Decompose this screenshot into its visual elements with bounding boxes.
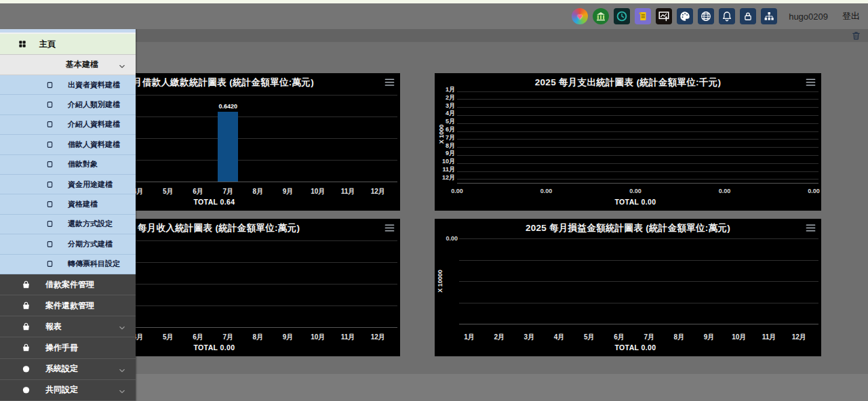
sidebar-item-installment-method[interactable]: 分期方式建檔 <box>0 234 136 254</box>
dashboard-page: ♥ hugo0209 登出 2025 每月借款人繳款統計圖表 (統計金額單位:萬… <box>0 0 868 401</box>
chart-panel-profit-loss: 2025 每月損益金額統計圖表 (統計金額單位:萬元) TOTAL 0.00 1… <box>435 219 821 356</box>
sidebar-item-label: 報表 <box>45 321 62 333</box>
x-tick-label: 0.00 <box>536 188 557 194</box>
x-tick-label: 0.00 <box>804 188 821 194</box>
x-tick-label: 7月 <box>213 333 243 342</box>
gridline <box>457 179 818 180</box>
sidebar-item-common-settings[interactable]: 共同設定 <box>0 380 136 401</box>
sidebar-item-label: 借款對象 <box>68 159 98 169</box>
top-accent-strip <box>0 0 868 3</box>
x-tick-label: 0.00 <box>715 188 735 194</box>
scroll-icon[interactable] <box>635 8 651 24</box>
hamburger-menu-icon[interactable] <box>805 77 816 87</box>
briefcase-icon <box>21 280 31 290</box>
gridline <box>457 163 818 164</box>
sidebar-item-label: 共同設定 <box>45 384 78 396</box>
lock-icon[interactable] <box>740 8 756 24</box>
clock-icon[interactable] <box>614 8 630 24</box>
x-tick-label: 5月 <box>574 333 604 342</box>
x-tick-label: 7月 <box>634 333 664 342</box>
chart-title: 2025 每月支出統計圖表 (統計金額單位:千元) <box>435 77 821 89</box>
x-tick-label: 1月 <box>454 333 484 342</box>
checkbox-icon <box>46 160 54 169</box>
x-tick-label: 12月 <box>363 333 393 342</box>
x-tick-label: 9月 <box>273 187 303 196</box>
sidebar-item-home[interactable]: 主頁 <box>0 34 136 55</box>
colorful-logo-icon[interactable]: ♥ <box>572 8 588 24</box>
hamburger-menu-icon[interactable] <box>384 222 395 232</box>
sidebar-item-qualification[interactable]: 資格建檔 <box>0 194 136 214</box>
bar-7月[interactable] <box>218 112 238 182</box>
briefcase-icon <box>21 343 31 353</box>
x-tick-label: 8月 <box>664 333 694 342</box>
sidebar: 功能項目 主頁基本建檔出資者資料建檔介紹人類別建檔介紹人資料建檔借款人資料建檔借… <box>0 3 136 401</box>
chart-title: 2025 每月損益金額統計圖表 (統計金額單位:萬元) <box>435 222 821 234</box>
gridline <box>457 139 818 140</box>
x-tick-label: 7月 <box>213 187 243 196</box>
globe-icon[interactable] <box>698 8 714 24</box>
x-tick-label: 10月 <box>724 333 754 342</box>
sidebar-item-system-settings[interactable]: 系統設定 <box>0 359 136 380</box>
sidebar-item-label: 出資者資料建檔 <box>68 80 120 90</box>
sitemap-icon[interactable] <box>761 8 777 24</box>
sidebar-item-label: 系統設定 <box>45 363 78 375</box>
gridline <box>457 155 818 156</box>
chart-total-label: TOTAL 0.64 <box>146 198 282 206</box>
sidebar-item-label: 介紹人資料建檔 <box>68 119 120 129</box>
sidebar-item-repayment-method[interactable]: 還款方式設定 <box>0 215 136 234</box>
briefcase-icon <box>21 322 31 332</box>
x-tick-label: 10月 <box>303 187 333 196</box>
sidebar-item-basic-records-group[interactable]: 基本建檔 <box>0 55 136 75</box>
sidebar-item-label: 主頁 <box>39 39 56 50</box>
x-tick-label: 6月 <box>183 187 213 196</box>
x-tick-label: 5月 <box>153 333 183 342</box>
sidebar-item-label: 操作手冊 <box>45 342 78 354</box>
chart-total-label: TOTAL 0.00 <box>568 343 703 352</box>
gridline <box>457 147 818 148</box>
checkbox-icon <box>46 120 54 129</box>
y-tick-label: 12月 <box>437 173 455 182</box>
checkbox-icon <box>46 200 54 209</box>
sidebar-item-fund-usage[interactable]: 資金用途建檔 <box>0 175 136 194</box>
chevron-down-icon <box>118 386 126 394</box>
x-tick-label: 4月 <box>545 333 574 342</box>
logout-button[interactable]: 登出 <box>842 10 860 22</box>
x-tick-label: 0.00 <box>447 188 467 194</box>
checkbox-icon <box>46 219 54 228</box>
trash-icon[interactable] <box>851 30 861 41</box>
gridline <box>457 131 818 132</box>
sidebar-item-borrower-records[interactable]: 借款人資料建檔 <box>0 135 136 154</box>
x-tick-label: 3月 <box>514 333 544 342</box>
sidebar-item-label: 案件還款管理 <box>45 300 94 312</box>
sidebar-item-manual[interactable]: 操作手冊 <box>0 337 136 358</box>
sidebar-item-loan-target[interactable]: 借款對象 <box>0 155 136 175</box>
x-tick-label: 12月 <box>363 187 393 196</box>
chevron-down-icon <box>118 365 126 373</box>
sidebar-item-label: 資金用途建檔 <box>68 180 113 190</box>
presentation-icon[interactable] <box>656 8 672 24</box>
sidebar-item-funder-records[interactable]: 出資者資料建檔 <box>0 75 136 95</box>
sidebar-item-label: 介紹人類別建檔 <box>68 100 120 110</box>
checkbox-icon <box>46 259 54 268</box>
palette-icon[interactable] <box>677 8 693 24</box>
x-tick-label: 8月 <box>243 333 273 342</box>
x-tick-label: 11月 <box>333 333 363 342</box>
sidebar-item-label: 還款方式設定 <box>68 219 113 229</box>
hamburger-menu-icon[interactable] <box>384 77 395 87</box>
sidebar-item-loan-case-mgmt[interactable]: 借款案件管理 <box>0 274 136 295</box>
bell-icon[interactable] <box>719 8 735 24</box>
x-tick-label: 11月 <box>754 333 784 342</box>
circle-icon <box>21 385 31 395</box>
sidebar-item-introducer-category[interactable]: 介紹人類別建檔 <box>0 95 136 114</box>
sidebar-item-reports[interactable]: 報表 <box>0 316 136 337</box>
sidebar-item-case-repayment-mgmt[interactable]: 案件還款管理 <box>0 295 136 316</box>
gridline <box>457 123 818 124</box>
sidebar-item-introducer-records[interactable]: 介紹人資料建檔 <box>0 115 136 135</box>
gridline <box>459 238 818 239</box>
sidebar-item-label: 基本建檔 <box>66 59 98 70</box>
bank-icon[interactable] <box>593 8 609 24</box>
sidebar-item-label: 分期方式建檔 <box>68 239 113 249</box>
sidebar-item-voucher-subject[interactable]: 轉傳票科目設定 <box>0 255 136 274</box>
hamburger-menu-icon[interactable] <box>805 222 816 232</box>
grid-icon <box>18 39 27 49</box>
